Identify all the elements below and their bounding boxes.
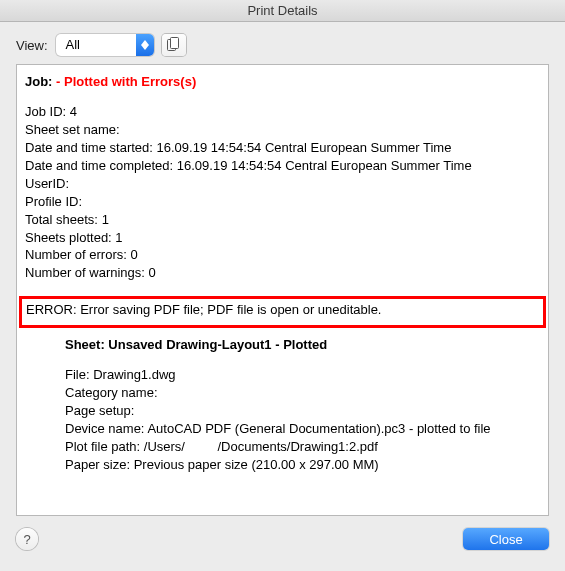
sheet-title: Sheet: Unsaved Drawing-Layout1 - Plotted xyxy=(65,336,540,354)
copy-button[interactable] xyxy=(162,34,186,56)
sheet-block: Sheet: Unsaved Drawing-Layout1 - Plotted… xyxy=(65,336,540,474)
window-title: Print Details xyxy=(0,0,565,22)
job-fields: Job ID: 4 Sheet set name: Date and time … xyxy=(25,103,540,282)
svg-rect-3 xyxy=(171,37,179,48)
error-message: ERROR: Error saving PDF file; PDF file i… xyxy=(26,301,539,319)
job-header: Job: - Plotted with Errors(s) xyxy=(25,73,540,91)
chevron-up-down-icon xyxy=(136,34,154,56)
toolbar: View: All xyxy=(16,34,549,56)
view-select[interactable]: All xyxy=(56,34,154,56)
close-button[interactable]: Close xyxy=(463,528,549,550)
help-icon: ? xyxy=(23,532,30,547)
details-panel: Job: - Plotted with Errors(s) Job ID: 4 … xyxy=(16,64,549,516)
view-label: View: xyxy=(16,38,48,53)
help-button[interactable]: ? xyxy=(16,528,38,550)
error-highlight: ERROR: Error saving PDF file; PDF file i… xyxy=(19,296,546,328)
svg-marker-1 xyxy=(141,45,149,50)
view-select-value: All xyxy=(56,34,136,56)
copy-icon xyxy=(167,37,180,54)
